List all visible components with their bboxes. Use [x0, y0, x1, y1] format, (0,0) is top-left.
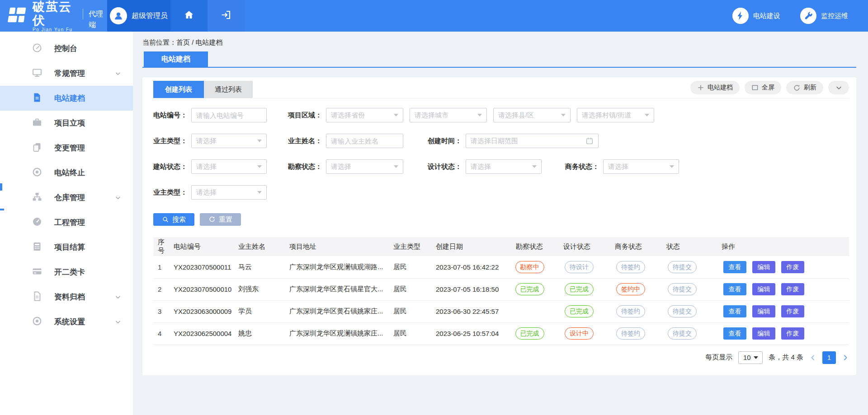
edit-button[interactable]: 编辑 [752, 305, 775, 317]
search-button[interactable]: 搜索 [153, 213, 194, 226]
sidebar-item-dashboard[interactable]: 控制台 [0, 36, 133, 61]
owner-type-2-select[interactable]: 请选择 [191, 185, 267, 200]
page-number-current[interactable]: 1 [822, 351, 836, 364]
sidebar-item-label: 项目结算 [54, 242, 85, 252]
status-badge: 已完成 [515, 283, 544, 295]
col-actions: 操作 [708, 237, 849, 256]
survey-status-select[interactable]: 请选择 [326, 159, 403, 174]
edit-button[interactable]: 编辑 [752, 261, 775, 273]
per-page-select[interactable]: 10 [738, 351, 763, 364]
cell-owner-type: 居民 [390, 256, 432, 278]
business-status-label: 商务状态： [565, 163, 603, 171]
void-button[interactable]: 作废 [781, 327, 804, 340]
void-button[interactable]: 作废 [781, 283, 804, 295]
design-status-select[interactable]: 请选择 [466, 159, 542, 174]
station-no-input[interactable] [191, 108, 267, 122]
cell-owner: 刘强东 [235, 278, 286, 300]
sidebar-item-project-initiation[interactable]: 项目立项 [0, 111, 133, 135]
edit-button[interactable]: 编辑 [752, 327, 775, 340]
sidebar-item-label: 控制台 [54, 43, 77, 54]
station-table: 序号 电站编号 业主姓名 项目地址 业主类型 创建日期 勘察状态 设计状态 商务… [153, 237, 849, 345]
view-button[interactable]: 查看 [723, 305, 746, 317]
owner-name-input[interactable] [326, 134, 403, 148]
prev-page-button[interactable] [809, 354, 816, 361]
status-badge: 待提交 [668, 283, 697, 295]
breadcrumb: 当前位置：首页 / 电站建档 [142, 32, 856, 47]
business-status-select[interactable]: 请选择 [603, 159, 679, 174]
county-select[interactable]: 请选择县/区 [493, 108, 571, 122]
user-menu[interactable]: 超级管理员 [107, 0, 170, 32]
sidebar-item-change-mgmt[interactable]: 变更管理 [0, 135, 133, 160]
nav-monitor-ops[interactable]: 监控运维 [800, 0, 848, 32]
fullscreen-label: 全屏 [762, 84, 774, 92]
sidebar-item-engineering-mgmt[interactable]: 工程管理 [0, 210, 133, 235]
city-select[interactable]: 请选择城市 [410, 108, 487, 122]
next-page-button[interactable] [842, 354, 849, 361]
cell-owner-type: 居民 [390, 278, 432, 300]
sidebar-item-warehouse-mgmt[interactable]: 仓库管理 [0, 185, 133, 210]
nav-station-build[interactable]: 电站建设 [732, 0, 780, 32]
cell-seq: 1 [153, 256, 170, 278]
breadcrumb-path: 首页 / 电站建档 [176, 38, 223, 46]
user-name: 超级管理员 [132, 11, 168, 21]
file-icon [32, 291, 42, 303]
refresh-icon [793, 84, 801, 92]
filter-row-2: 业主类型： 请选择 业主姓名： 创建时间： 请选择日期范围 [153, 134, 849, 148]
plus-icon [697, 84, 704, 91]
table-row: 4 YX2023062500004 姚忠 广东深圳龙华区观澜镇姚家庄... 居民… [153, 322, 849, 345]
date-range-picker[interactable]: 请选择日期范围 [466, 134, 599, 148]
field-owner-type-2: 业主类型： 请选择 [153, 185, 267, 200]
sidebar-item-type2-card[interactable]: 开二类卡 [0, 260, 133, 284]
collapse-toolbar-button[interactable] [828, 81, 849, 94]
tab-passed-list[interactable]: 通过列表 [204, 81, 253, 98]
per-page-value: 10 [743, 354, 751, 361]
tab-create-list[interactable]: 创建列表 [153, 81, 204, 98]
nav-monitor-ops-label: 监控运维 [821, 12, 848, 20]
sidebar-item-system-settings[interactable]: 系统设置 [0, 309, 133, 334]
sidebar-item-label: 工程管理 [54, 217, 85, 228]
sidebar-item-data-archive[interactable]: 资料归档 [0, 284, 133, 309]
cell-address: 广东深圳龙华区观澜镇姚家庄... [286, 322, 390, 345]
void-button[interactable]: 作废 [781, 261, 804, 273]
sidebar-item-project-settlement[interactable]: 项目结算 [0, 235, 133, 260]
table-row: 3 YX2023063000009 学员 广东深圳龙华区黄石镇姚家庄... 居民… [153, 300, 849, 322]
date-range-placeholder: 请选择日期范围 [471, 137, 518, 145]
cell-station-no: YX2023062500004 [170, 322, 235, 345]
fullscreen-button[interactable]: 全屏 [745, 81, 781, 94]
reset-button[interactable]: 重置 [200, 213, 241, 226]
owner-type-select[interactable]: 请选择 [191, 134, 267, 148]
logout-button[interactable] [208, 0, 245, 32]
field-business-status: 商务状态： 请选择 [565, 159, 679, 174]
field-design-status: 设计状态： 请选择 [428, 159, 542, 174]
village-select[interactable]: 请选择村镇/街道 [577, 108, 654, 122]
refresh-button[interactable]: 刷新 [786, 81, 823, 94]
search-label: 搜索 [172, 215, 186, 224]
view-button[interactable]: 查看 [723, 283, 746, 295]
field-create-time: 创建时间： 请选择日期范围 [428, 134, 599, 148]
status-badge: 待设计 [565, 261, 594, 273]
sidebar-item-general-mgmt[interactable]: 常规管理 [0, 61, 133, 86]
design-status-label: 设计状态： [428, 163, 466, 171]
chevron-right-icon [842, 354, 849, 361]
home-button[interactable] [170, 0, 208, 32]
province-select[interactable]: 请选择省份 [326, 108, 403, 122]
design-status-placeholder: 请选择 [471, 163, 491, 171]
field-owner-name: 业主姓名： [288, 134, 403, 148]
page-tab-station-archive[interactable]: 电站建档 [144, 51, 208, 67]
station-no-label: 电站编号： [153, 111, 191, 120]
add-station-button[interactable]: 电站建档 [690, 81, 740, 94]
cell-address: 广东深圳龙华区黄石镇星官大... [286, 278, 390, 300]
sidebar-item-station-terminate[interactable]: 电站终止 [0, 160, 133, 185]
filter-form: 电站编号： 项目区域： 请选择省份 请选择城市 请选择县/区 请选择村镇/街道 … [153, 108, 849, 200]
void-button[interactable]: 作废 [781, 305, 804, 317]
status-badge: 待提交 [668, 305, 697, 317]
sidebar-item-station-archive[interactable]: 电站建档 [0, 86, 133, 111]
toolbar: 电站建档 全屏 刷新 [690, 81, 849, 94]
edit-button[interactable]: 编辑 [752, 283, 775, 295]
home-icon [184, 9, 194, 22]
view-button[interactable]: 查看 [723, 327, 746, 340]
build-status-select[interactable]: 请选择 [191, 159, 267, 174]
status-badge: 待签约 [616, 261, 645, 273]
view-button[interactable]: 查看 [723, 261, 746, 273]
filter-row-4: 业主类型： 请选择 [153, 185, 849, 200]
